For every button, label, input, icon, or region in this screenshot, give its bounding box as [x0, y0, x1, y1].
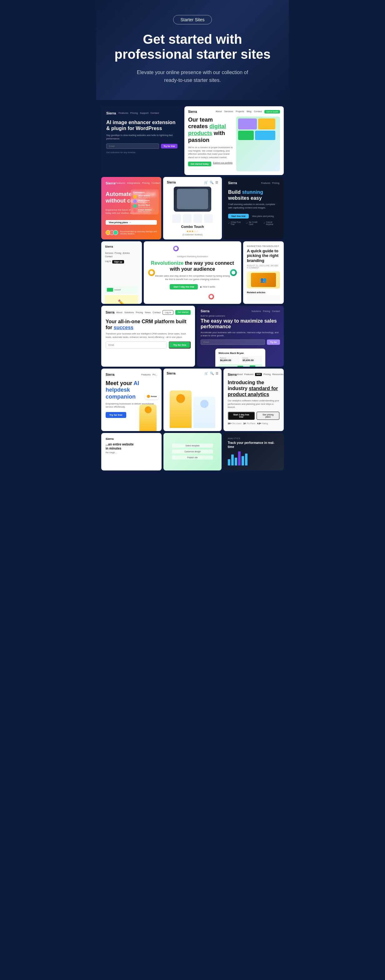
team-card[interactable]: Sierra About Services Projects Blog Cont…	[185, 106, 284, 175]
stat-2: 14 Pro Plans	[243, 422, 255, 425]
crm-login[interactable]: Log In	[162, 310, 173, 315]
crm-email-row: Try for free	[106, 341, 191, 348]
product-image-box	[174, 187, 211, 212]
dark-sales-email[interactable]	[200, 339, 265, 345]
customer-msg-2: When do you h...	[138, 201, 151, 203]
build-title: Build stunning websites easy	[228, 189, 279, 201]
analytics-cta1[interactable]: Start 1-day free trial	[228, 412, 255, 420]
team-title: Our team creates digital products with p…	[188, 116, 233, 143]
revolve-card[interactable]: Intelligent Marketing Automation Revolut…	[144, 241, 241, 304]
wp-card[interactable]: Sierra Features Pricing Support Contact …	[101, 106, 183, 175]
dark-nav-contact: Contact	[272, 310, 280, 313]
starter-badge: Starter Sites	[173, 15, 212, 24]
wp-email-input[interactable]	[106, 143, 159, 149]
crm-cta-button[interactable]: Try for free	[169, 341, 191, 348]
wp-logo: Sierra	[106, 111, 116, 115]
bottom-desc: the magic...	[106, 452, 157, 453]
pencil-icon: ✏️	[118, 299, 126, 304]
customer-info-4: Evalyn Jenkins When do you h...	[138, 209, 151, 213]
mobile-persons	[170, 378, 215, 428]
play-icon: ▶	[200, 286, 202, 288]
team-cta[interactable]: Get in touch	[264, 110, 280, 113]
customer-name-4: Evalyn Jenkins	[138, 209, 151, 211]
build-card[interactable]: Sierra Features Pricing Build stunning w…	[224, 177, 284, 239]
dark-sales-logo: Sierra	[200, 309, 209, 313]
stat-num-1: 1K+	[228, 422, 232, 425]
chat-nav: Sierra Features Integrations Pricing Con…	[106, 181, 157, 185]
acc-1	[172, 214, 181, 223]
person-2-head	[193, 397, 215, 408]
chat-nav-pricing: Pricing	[142, 181, 150, 185]
acc-4	[204, 214, 213, 223]
team-nav-services: Services	[224, 110, 234, 113]
build-link[interactable]: View plans and pricing	[252, 215, 274, 217]
product-image-placeholder	[177, 189, 208, 209]
stat-1: 1K+ Pro Users	[228, 422, 242, 425]
product-card[interactable]: Sierra 🛒 🔍 ☰ Combo Touch ★★★☆☆ (3 custom…	[163, 177, 222, 239]
wp-cta-button[interactable]: Try for free	[161, 144, 178, 148]
dashboard-widget: Welcome Back Bryan Balance $6,600.00 Inc…	[197, 348, 284, 367]
team-nav: Sierra About Services Projects Blog Cont…	[188, 110, 280, 113]
dark-sales-card[interactable]: Sierra Solutions Pricing Contact Built f…	[197, 306, 284, 367]
build-actions: Start free trial View plans and pricing	[228, 213, 279, 218]
partial-articles: Articles	[123, 252, 130, 254]
dashboard-welcome: Welcome Back Bryan	[218, 352, 262, 355]
team-btn-portfolio[interactable]: Explore our portfolio	[213, 162, 233, 166]
helpdesk-logo: Sierra	[106, 373, 115, 376]
analytics-card[interactable]: Sierra About Features NEW Pricing Resour…	[223, 369, 284, 431]
wp-nav: Sierra Features Pricing Support Contact	[106, 111, 178, 115]
revolve-cta[interactable]: Start 7-day free trial	[170, 284, 198, 290]
customer-msg-3: When do you h...	[138, 206, 151, 208]
analytics-nav-resources: Resources	[272, 373, 283, 376]
helpdesk-cta[interactable]: Try for free	[106, 412, 126, 418]
build-nav-pricing: Pricing	[272, 181, 279, 185]
blog-card[interactable]: MARKETING TECHNOLOGY A quick guide to pi…	[243, 241, 284, 304]
partial-login[interactable]: Log In	[105, 260, 111, 264]
team-nav-links: About Services Projects Blog Contact Get…	[216, 110, 280, 113]
arrow-icon: →	[129, 221, 131, 224]
mobile-logo: Sierra	[167, 372, 175, 375]
hero-title: Get started with professional starter si…	[109, 32, 276, 62]
mobile-card[interactable]: Sierra 🛒 🔍 ☰	[164, 369, 221, 431]
team-logo: Sierra	[188, 110, 197, 113]
crm-cta-header[interactable]: Get started	[175, 310, 191, 315]
build-desc: Craft stunning websites in seconds, comp…	[228, 203, 279, 210]
grid-row-4: Sierra About Solutions Pricing News Cont…	[101, 306, 284, 367]
analytics-nav-pricing: Pricing	[263, 373, 270, 376]
team-nav-contact: Contact	[254, 110, 262, 113]
analytics-cta2[interactable]: See pricing plans	[256, 412, 279, 420]
chat-cta[interactable]: View pricing plans →	[106, 220, 157, 225]
bottom-mid-card[interactable]: Select template Customize design Publish…	[164, 433, 221, 471]
customer-info-2: Orval Casper When do you h...	[138, 199, 151, 203]
partial-label: handoff	[115, 289, 121, 291]
bal-value-2: $5,650.00	[242, 359, 261, 362]
customer-row-2: Orval Casper When do you h...	[133, 199, 156, 203]
dark-sales-cta[interactable]: Try for	[267, 339, 280, 345]
partial-auth: Log In Sign up	[105, 260, 138, 264]
notif-text: Karma	[151, 395, 157, 397]
chat-logo: Sierra	[106, 181, 115, 185]
head-2	[200, 400, 208, 408]
acc-2	[183, 214, 192, 223]
crm-nav-solutions: Solutions	[124, 311, 134, 314]
bottom-right-card[interactable]: Analytics Track your performance in real…	[223, 433, 284, 471]
chat-nav-links: Features Integrations Pricing Contact	[115, 181, 160, 185]
customer-row-1: Janet Walchli When do you h...	[133, 195, 156, 199]
crm-email-input[interactable]	[106, 341, 167, 348]
partial-left-card[interactable]: Sierra Services Pricing Articles Contact…	[101, 241, 142, 304]
customer-name-2: Orval Casper	[138, 199, 151, 201]
analytics-nav-about: About	[237, 373, 243, 376]
bottom-left-card[interactable]: Sierra ...an entire websitein minutes th…	[101, 433, 162, 471]
blog-related: Related articles	[247, 291, 280, 304]
partial-contact: Contact	[105, 255, 113, 258]
revolve-link[interactable]: ▶ How it works	[200, 286, 215, 288]
build-cta[interactable]: Start free trial	[228, 214, 249, 218]
partial-signup[interactable]: Sign up	[112, 260, 124, 264]
crm-card[interactable]: Sierra About Solutions Pricing News Cont…	[101, 306, 195, 367]
team-btn-started[interactable]: Get started today	[188, 162, 211, 166]
helpdesk-card[interactable]: Sierra Features Pri... Meet your AI help…	[101, 369, 162, 431]
hero-subtitle: Elevate your online presence with our co…	[133, 68, 252, 84]
chat-card[interactable]: Sierra Features Integrations Pricing Con…	[101, 177, 161, 239]
b-bar-4	[238, 452, 240, 465]
menu-icon: ☰	[215, 181, 218, 184]
